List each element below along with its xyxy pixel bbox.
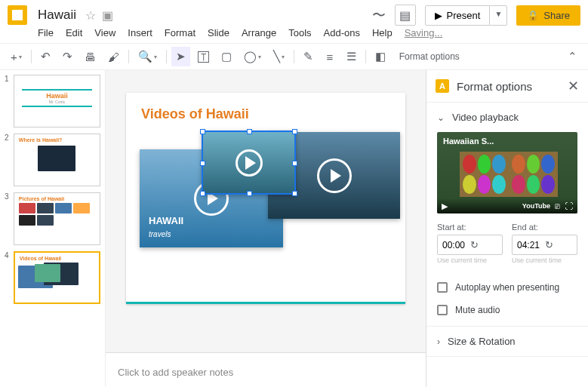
chevron-down-icon: ⌄ bbox=[437, 112, 445, 123]
redo-button[interactable]: ↷ bbox=[58, 47, 77, 66]
end-at-input[interactable]: 04:21↻ bbox=[512, 235, 577, 255]
menu-edit[interactable]: Edit bbox=[66, 27, 82, 38]
select-tool[interactable]: ➤ bbox=[171, 47, 190, 66]
checkbox-icon bbox=[437, 282, 448, 293]
crop-tool[interactable]: ✎ bbox=[299, 47, 318, 66]
end-at-label: End at: bbox=[512, 223, 577, 232]
preview-cast-icon[interactable]: ⎚ bbox=[555, 201, 560, 210]
thumb-number: 3 bbox=[5, 192, 11, 245]
undo-button[interactable]: ↶ bbox=[36, 47, 55, 66]
video-playback-section-toggle[interactable]: ⌄ Video playback bbox=[426, 103, 588, 132]
slide-title-text[interactable]: Videos of Hawaii bbox=[126, 93, 405, 128]
align-left-tool[interactable]: ≡ bbox=[321, 48, 339, 66]
line-tool[interactable]: ╲ bbox=[269, 47, 289, 66]
menu-arrange[interactable]: Arrange bbox=[242, 27, 276, 38]
format-options-panel: Format options ✕ ⌄ Video playback Hawaii… bbox=[426, 70, 588, 387]
refresh-icon[interactable]: ↻ bbox=[470, 239, 498, 250]
document-title[interactable]: Hawaii bbox=[35, 7, 79, 23]
menu-format[interactable]: Format bbox=[165, 27, 195, 38]
menu-insert[interactable]: Insert bbox=[128, 27, 152, 38]
menu-file[interactable]: File bbox=[38, 27, 54, 38]
format-options-icon bbox=[436, 79, 449, 93]
start-hint: Use current time bbox=[437, 255, 503, 272]
present-dropdown[interactable]: ▼ bbox=[490, 5, 507, 26]
star-icon[interactable]: ☆ bbox=[85, 8, 96, 23]
slide-thumb-4[interactable]: Videos of Hawaii bbox=[14, 251, 100, 304]
toolbar-chevron-up-icon[interactable]: ⌃ bbox=[563, 47, 582, 66]
zoom-button[interactable]: 🔍 bbox=[134, 47, 162, 66]
activity-icon[interactable]: 〜 bbox=[372, 6, 386, 24]
slide-canvas[interactable]: Videos of Hawaii travels bbox=[126, 93, 405, 304]
preview-play-icon[interactable]: ▶ bbox=[442, 201, 448, 211]
menubar: File Edit View Insert Format Slide Arran… bbox=[0, 27, 588, 43]
print-button[interactable]: 🖶 bbox=[80, 48, 100, 66]
start-at-input[interactable]: 00:00↻ bbox=[437, 235, 503, 255]
speaker-notes[interactable]: Click to add speaker notes bbox=[106, 352, 426, 387]
end-hint: Use current time bbox=[512, 255, 577, 272]
image-tool[interactable]: ▢ bbox=[217, 47, 236, 66]
menu-slide[interactable]: Slide bbox=[208, 27, 229, 38]
share-button[interactable]: 🔒Share bbox=[516, 5, 580, 26]
play-icon bbox=[317, 158, 352, 193]
play-icon bbox=[236, 149, 263, 177]
slide-thumb-2[interactable]: Where is Hawaii? bbox=[14, 134, 100, 186]
autoplay-checkbox-row[interactable]: Autoplay when presenting bbox=[426, 276, 588, 299]
format-options-toolbar-button[interactable]: Format options bbox=[393, 48, 466, 65]
toolbar: + ↶ ↷ 🖶 🖌 🔍 ➤ 🅃 ▢ ◯ ╲ ✎ ≡ ☰ ◧ Format opt… bbox=[0, 43, 588, 70]
align-justify-tool[interactable]: ☰ bbox=[342, 47, 361, 66]
menu-view[interactable]: View bbox=[94, 27, 115, 38]
preview-fullscreen-icon[interactable]: ⛶ bbox=[565, 201, 573, 210]
mute-audio-checkbox-row[interactable]: Mute audio bbox=[426, 299, 588, 326]
saving-status: Saving... bbox=[405, 27, 443, 38]
menu-tools[interactable]: Tools bbox=[288, 27, 311, 38]
menu-help[interactable]: Help bbox=[372, 27, 393, 38]
thumb-number: 4 bbox=[5, 251, 11, 304]
close-icon[interactable]: ✕ bbox=[568, 78, 579, 94]
slide-thumbnails: 1 HawaiiMr. Curtis 2 Where is Hawaii? 3 … bbox=[0, 70, 106, 387]
thumb-number: 1 bbox=[5, 75, 11, 127]
start-at-label: Start at: bbox=[437, 223, 503, 232]
chevron-right-icon: › bbox=[437, 336, 440, 347]
size-rotation-section-toggle[interactable]: › Size & Rotation bbox=[426, 327, 588, 356]
shape-tool[interactable]: ◯ bbox=[239, 47, 266, 66]
slide-thumb-1[interactable]: HawaiiMr. Curtis bbox=[14, 75, 100, 127]
present-button[interactable]: ▶Present bbox=[425, 5, 491, 26]
textbox-tool[interactable]: 🅃 bbox=[193, 48, 214, 66]
comments-button[interactable]: ▤ bbox=[395, 5, 416, 26]
video-object-selected[interactable] bbox=[202, 131, 296, 195]
refresh-icon[interactable]: ↻ bbox=[545, 239, 573, 250]
new-slide-button[interactable]: + bbox=[6, 48, 26, 66]
slide-thumb-3[interactable]: Pictures of Hawaii bbox=[14, 192, 100, 245]
checkbox-icon bbox=[437, 305, 448, 315]
menu-addons[interactable]: Add-ons bbox=[324, 27, 360, 38]
video-preview[interactable]: Hawaiian S... ▶ YouTube ⎚ ⛶ bbox=[437, 132, 577, 213]
youtube-label: YouTube bbox=[522, 202, 550, 210]
thumb-number: 2 bbox=[5, 134, 11, 186]
transition-button[interactable]: ◧ bbox=[371, 47, 390, 66]
move-folder-icon[interactable]: ▣ bbox=[102, 8, 113, 23]
slides-logo-icon bbox=[8, 5, 27, 25]
panel-title: Format options bbox=[457, 80, 568, 93]
paint-format-button[interactable]: 🖌 bbox=[103, 48, 124, 66]
